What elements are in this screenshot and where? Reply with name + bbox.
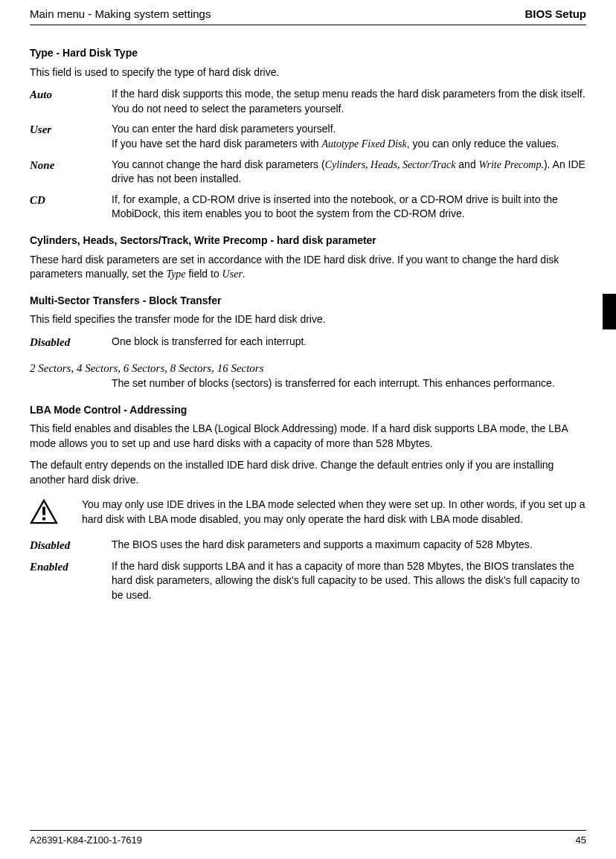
italic-text: Write Precomp. bbox=[479, 159, 544, 170]
italic-text: Type bbox=[166, 268, 185, 280]
section-title-params: Cylinders, Heads, Sectors/Track, Write P… bbox=[30, 234, 586, 248]
header-right-text: BIOS Setup bbox=[524, 6, 586, 22]
svg-point-2 bbox=[42, 518, 46, 521]
section-body: These hard disk parameters are set in ac… bbox=[30, 253, 586, 282]
definition-list: Auto If the hard disk supports this mode… bbox=[30, 87, 586, 222]
def-desc: If the hard disk supports this mode, the… bbox=[112, 87, 586, 116]
section-intro: This field is used to specify the type o… bbox=[30, 65, 586, 80]
def-item-none: None You cannot change the hard disk par… bbox=[30, 158, 586, 187]
footer-doc-id: A26391-K84-Z100-1-7619 bbox=[30, 834, 142, 847]
def-term: None bbox=[30, 158, 112, 187]
warning-icon bbox=[30, 499, 58, 524]
def-item-enabled: Enabled If the hard disk supports LBA an… bbox=[30, 559, 586, 603]
def-term: Disabled bbox=[30, 335, 112, 350]
text: If you have set the hard disk parameters… bbox=[112, 138, 321, 149]
def-desc: If, for example, a CD-ROM drive is inser… bbox=[112, 193, 586, 222]
text: You cannot change the hard disk paramete… bbox=[112, 158, 325, 170]
def-item-cd: CD If, for example, a CD-ROM drive is in… bbox=[30, 193, 586, 222]
def-desc: You cannot change the hard disk paramete… bbox=[112, 158, 586, 187]
def-term: CD bbox=[30, 193, 112, 222]
def-term: Auto bbox=[30, 87, 112, 116]
def-desc: The BIOS uses the hard disk parameters a… bbox=[112, 538, 586, 553]
def-desc: You can enter the hard disk parameters y… bbox=[112, 122, 586, 151]
text: These hard disk parameters are set in ac… bbox=[30, 254, 559, 280]
def-item-disabled: Disabled One block is transferred for ea… bbox=[30, 335, 586, 350]
def-term: Disabled bbox=[30, 538, 112, 553]
def-desc: If the hard disk supports LBA and it has… bbox=[112, 559, 586, 603]
warning-box: You may only use IDE drives in the LBA m… bbox=[30, 498, 586, 527]
footer-page-number: 45 bbox=[576, 834, 586, 847]
definition-list: Disabled One block is transferred for ea… bbox=[30, 335, 586, 350]
section-intro: This field specifies the transfer mode f… bbox=[30, 312, 586, 327]
warning-text: You may only use IDE drives in the LBA m… bbox=[82, 498, 586, 527]
def-item-disabled: Disabled The BIOS uses the hard disk par… bbox=[30, 538, 586, 553]
italic-text: Cylinders, Heads, Sector/Track bbox=[325, 159, 456, 170]
svg-rect-1 bbox=[42, 507, 45, 515]
text: You can enter the hard disk parameters y… bbox=[112, 123, 336, 135]
text: and bbox=[455, 158, 478, 170]
page-header: Main menu - Making system settings BIOS … bbox=[30, 6, 586, 25]
def-item-user: User You can enter the hard disk paramet… bbox=[30, 122, 586, 151]
section-title-lba: LBA Mode Control - Addressing bbox=[30, 403, 586, 418]
text: field to bbox=[186, 268, 222, 280]
header-left-text: Main menu - Making system settings bbox=[30, 6, 211, 22]
section-title-type: Type - Hard Disk Type bbox=[30, 46, 586, 61]
def-term: Enabled bbox=[30, 559, 112, 603]
text: , you can only reduce the values. bbox=[407, 138, 559, 149]
def-desc: One block is transferred for each interr… bbox=[112, 335, 586, 350]
definition-list: Disabled The BIOS uses the hard disk par… bbox=[30, 538, 586, 603]
sectors-desc: The set number of blocks (sectors) is tr… bbox=[112, 376, 586, 391]
side-tab-marker bbox=[603, 294, 616, 329]
page-footer: A26391-K84-Z100-1-7619 45 bbox=[30, 830, 586, 847]
italic-text: Autotype Fixed Disk bbox=[321, 138, 406, 149]
section-body: This field enables and disables the LBA … bbox=[30, 422, 586, 451]
text: . bbox=[243, 268, 246, 280]
warning-icon-wrap bbox=[30, 498, 82, 527]
italic-text: User bbox=[222, 268, 243, 280]
sectors-options: 2 Sectors, 4 Sectors, 6 Sectors, 8 Secto… bbox=[30, 361, 586, 376]
section-body: The default entry depends on the install… bbox=[30, 458, 586, 487]
def-term: User bbox=[30, 122, 112, 151]
def-item-auto: Auto If the hard disk supports this mode… bbox=[30, 87, 586, 116]
section-title-multisector: Multi-Sector Transfers - Block Transfer bbox=[30, 294, 586, 309]
